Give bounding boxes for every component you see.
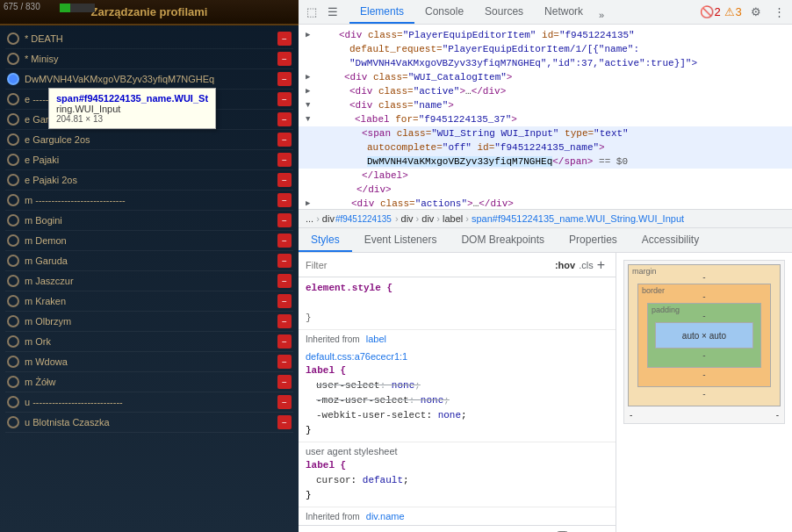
delete-profile-button[interactable]: −: [277, 294, 292, 308]
profile-radio[interactable]: [7, 335, 19, 348]
devtools-main-tabs: Elements Console Sources Network »: [349, 0, 609, 24]
delete-profile-button[interactable]: −: [277, 375, 292, 389]
delete-profile-button[interactable]: −: [277, 112, 292, 126]
margin-label: margin: [632, 267, 657, 276]
profile-name: e Gargulce: [25, 114, 277, 125]
delete-profile-button[interactable]: −: [277, 32, 292, 46]
tab-accessibility[interactable]: Accessibility: [630, 228, 711, 252]
code-line: ▶ <div class="actions">…</div>: [299, 197, 792, 209]
tab-elements[interactable]: Elements: [349, 0, 414, 24]
delete-profile-button[interactable]: −: [277, 92, 292, 106]
profile-radio[interactable]: [7, 295, 19, 307]
list-item: e ----------------------------−: [5, 90, 293, 110]
tab-console[interactable]: Console: [414, 0, 474, 24]
padding-top: -: [702, 311, 705, 320]
delete-profile-button[interactable]: −: [277, 133, 292, 147]
profile-radio[interactable]: [7, 32, 19, 45]
delete-profile-button[interactable]: −: [277, 314, 292, 328]
profile-name: e Gargulce 2os: [25, 134, 277, 145]
inherited-from-div-name[interactable]: div.name: [366, 511, 405, 521]
error-count[interactable]: 🚫 2: [701, 3, 720, 22]
code-line: ▼ <div class="name">: [299, 98, 792, 112]
list-item: m Olbrzym−: [5, 312, 293, 332]
profile-name: m Bogini: [25, 215, 277, 226]
inspect-icon[interactable]: ⬚: [302, 3, 321, 22]
delete-profile-button[interactable]: −: [277, 355, 292, 369]
profile-radio[interactable]: [7, 214, 19, 226]
delete-profile-button[interactable]: −: [277, 213, 292, 227]
profile-radio[interactable]: [7, 315, 19, 327]
tab-sources[interactable]: Sources: [474, 0, 534, 24]
profile-list: * DEATH−* Minisy−DwMVNH4VaKMxgoVBZyv33yf…: [0, 25, 299, 531]
tab-properties[interactable]: Properties: [557, 228, 630, 252]
profile-radio[interactable]: [7, 93, 19, 105]
delete-profile-button[interactable]: −: [277, 52, 292, 66]
profile-radio[interactable]: [7, 416, 19, 428]
profile-radio[interactable]: [7, 234, 19, 247]
delete-profile-button[interactable]: −: [277, 234, 292, 248]
breadcrumb-div-1[interactable]: div: [401, 213, 414, 224]
tab-event-listeners[interactable]: Event Listeners: [352, 228, 450, 252]
more-tabs-button[interactable]: »: [594, 6, 609, 24]
profile-radio[interactable]: [7, 73, 19, 85]
profile-radio[interactable]: [7, 53, 19, 65]
list-item: m Bogini−: [5, 211, 293, 231]
profile-radio[interactable]: [7, 356, 19, 368]
profile-radio[interactable]: [7, 376, 19, 388]
profile-radio[interactable]: [7, 194, 19, 206]
delete-profile-button[interactable]: −: [277, 274, 292, 288]
breadcrumb-span[interactable]: span#f9451224135_name.WUI_String.WUI_Inp…: [472, 213, 684, 224]
box-model: margin - border - padding -: [623, 260, 785, 424]
delete-profile-button[interactable]: −: [277, 334, 292, 349]
delete-profile-button[interactable]: −: [277, 173, 292, 187]
list-item: m Kraken−: [5, 291, 293, 312]
delete-profile-button[interactable]: −: [277, 153, 292, 167]
profile-radio[interactable]: [7, 133, 19, 146]
style-source-link[interactable]: default.css:a76ececr1:1: [306, 351, 407, 362]
list-item: m Ork−: [5, 332, 293, 352]
delete-profile-button[interactable]: −: [277, 72, 292, 86]
profile-radio[interactable]: [7, 154, 19, 166]
device-icon[interactable]: ☰: [323, 3, 342, 22]
cls-button[interactable]: .cls: [579, 260, 594, 270]
delete-profile-button[interactable]: −: [277, 415, 292, 429]
tab-dom-breakpoints[interactable]: DOM Breakpoints: [449, 228, 557, 252]
profile-radio[interactable]: [7, 113, 19, 126]
expand-arrow[interactable]: ▶: [306, 28, 318, 42]
inherited-from-label[interactable]: label: [366, 334, 386, 344]
breadcrumb-div-f9[interactable]: div: [322, 213, 335, 224]
label-ua-source: user agent stylesheet: [306, 446, 608, 457]
delete-profile-button[interactable]: −: [277, 395, 292, 409]
tab-network[interactable]: Network: [534, 0, 594, 24]
profile-radio[interactable]: [7, 275, 19, 287]
code-area[interactable]: ▶ <div class="PlayerEquipEditorItem" id=…: [299, 25, 792, 209]
profile-name: u ----------------------------: [25, 397, 277, 407]
hov-tag[interactable]: :hov: [555, 260, 575, 270]
profile-radio[interactable]: [7, 255, 19, 267]
settings-icon[interactable]: ⚙: [746, 3, 766, 22]
tab-styles[interactable]: Styles: [299, 228, 352, 252]
styles-filter-input[interactable]: [306, 260, 555, 270]
profile-radio[interactable]: [7, 396, 19, 408]
box-right-val: -: [776, 410, 779, 420]
code-line: ▶ <div class="active">…</div>: [299, 84, 792, 98]
inherited-title: Inherited from: [306, 334, 360, 344]
add-style-rule-button[interactable]: +: [594, 257, 608, 273]
box-margin: margin - border - padding -: [628, 264, 781, 406]
breadcrumb-label[interactable]: label: [443, 213, 463, 224]
list-item: DwMVNH4VaKMxgoVBZyv33yfiqM7NGHEq−: [5, 69, 293, 90]
progress-bar-fill: [60, 4, 70, 12]
box-model-panel: margin - border - padding -: [616, 253, 792, 532]
warn-count[interactable]: ⚠ 3: [724, 3, 743, 22]
more-options-icon[interactable]: ⋮: [769, 3, 788, 22]
delete-profile-button[interactable]: −: [277, 254, 292, 268]
profile-radio[interactable]: [7, 174, 19, 186]
profile-name: u Blotnista Czaszka: [25, 417, 277, 428]
border-bottom: -: [702, 370, 705, 379]
devtools-right-icons: 🚫 2 ⚠ 3 ⚙ ⋮: [701, 3, 788, 22]
breadcrumb-div-2[interactable]: div: [421, 213, 434, 224]
delete-profile-button[interactable]: −: [277, 193, 292, 207]
breadcrumb-ellipsis[interactable]: ...: [306, 213, 313, 224]
box-left-val: -: [630, 410, 632, 420]
list-item: m Żółw−: [5, 372, 293, 392]
